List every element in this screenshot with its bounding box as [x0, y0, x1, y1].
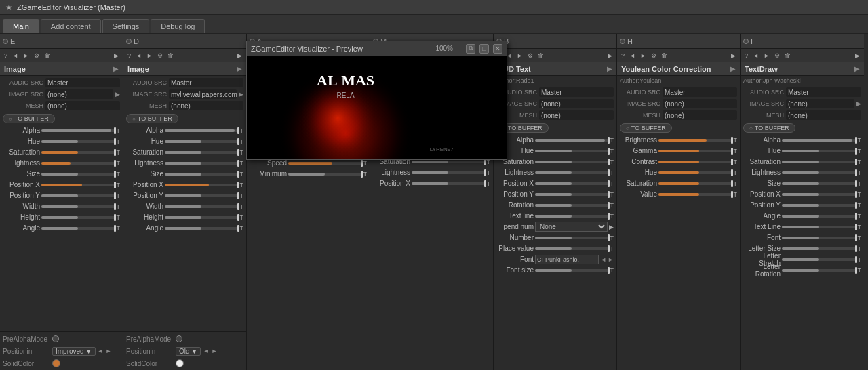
- panel-D-bottom: PreAlphaMode Positionin Old ▼ ◄ ► SolidC…: [123, 331, 246, 370]
- main-content: E ? ◄ ► ⚙ 🗑 ▶ Image ▶ AUDIO SRC Master I…: [0, 34, 868, 370]
- slider-E-size: Size T: [3, 169, 120, 179]
- pend-num-select-B[interactable]: None: [535, 222, 608, 232]
- panel-D-arrow[interactable]: ▶: [237, 65, 242, 73]
- panel-D-radio[interactable]: [126, 39, 132, 44]
- slider-E-width: Width T: [3, 201, 120, 211]
- panel-I-author: Author: Jph Wacheski: [741, 76, 864, 85]
- panel-E: E ? ◄ ► ⚙ 🗑 ▶ Image ▶ AUDIO SRC Master I…: [0, 34, 123, 370]
- tab-settings[interactable]: Settings: [102, 19, 150, 33]
- panel-B-header: B: [494, 34, 616, 49]
- maximize-btn[interactable]: □: [479, 44, 489, 54]
- expand-btn-E[interactable]: ▶: [113, 52, 120, 59]
- font-row-B: Font CFPunkFashio. ◄ ►: [496, 254, 614, 264]
- panel-E-arrow[interactable]: ▶: [113, 65, 119, 73]
- slider-E-alpha: Alpha T: [3, 125, 120, 136]
- solidcolor-dot-D[interactable]: [176, 359, 184, 367]
- del-btn-D[interactable]: 🗑: [166, 52, 175, 59]
- tabbar: Main Add content Settings Debug log: [0, 15, 868, 34]
- panel-I-title: TextDraw ▶: [741, 62, 864, 76]
- del-btn-E[interactable]: 🗑: [43, 52, 52, 59]
- expand-btn-D[interactable]: ▶: [236, 52, 243, 59]
- panel-H-header: H: [617, 34, 740, 49]
- panel-E-header: E: [0, 34, 123, 49]
- panel-E-body: AUDIO SRC Master IMAGE SRC (none) ▶ MESH…: [0, 76, 123, 331]
- panel-I-radio[interactable]: [743, 39, 749, 44]
- solidcolor-dot-E[interactable]: [52, 359, 60, 367]
- titlebar: ★ ZGameEditor Visualizer (Master): [0, 0, 868, 15]
- slider-E-angle: Angle T: [3, 223, 120, 233]
- zoom-btn[interactable]: -: [457, 45, 462, 52]
- copy-btn-E[interactable]: ⚙: [33, 52, 41, 59]
- panel-E-bottom: PreAlphaMode Positionin Improved ▼ ◄ ► S…: [0, 331, 123, 370]
- app-title: ZGameEditor Visualizer (Master): [17, 3, 125, 12]
- slider-E-hue: Hue T: [3, 136, 120, 146]
- panel-I-toolbar: ? ◄ ► ⚙ 🗑 ▶: [741, 49, 864, 62]
- slider-E-posX: Position X T: [3, 180, 120, 190]
- slider-E-height: Height T: [3, 212, 120, 222]
- panel-B-body: AUDIO SRC Master IMAGE SRC (none) MESH (…: [494, 85, 616, 370]
- panel-D-header: D: [123, 34, 246, 49]
- panel-I-body: AUDIO SRC Master IMAGE SRC (none) ▶ MESH…: [741, 85, 864, 370]
- preview-title: ZGameEditor Visualizer - Preview: [251, 45, 363, 53]
- next-btn-E[interactable]: ►: [22, 52, 31, 59]
- to-buffer-btn-E[interactable]: TO BUFFER: [3, 114, 55, 123]
- prev-btn-E[interactable]: ◄: [11, 52, 20, 59]
- panel-E-mesh: MESH (none): [3, 100, 120, 111]
- positionin-dropdown-E[interactable]: Improved ▼: [52, 347, 96, 356]
- tab-add-content[interactable]: Add content: [41, 19, 101, 33]
- panel-H: H ? ◄ ► ⚙ 🗑 ▶ Youlean Color Correction ▶…: [617, 34, 741, 370]
- positionin-dropdown-D[interactable]: Old ▼: [176, 347, 201, 356]
- panel-I-header: I: [741, 34, 864, 49]
- help-btn-E[interactable]: ?: [3, 52, 9, 59]
- copy-btn-D[interactable]: ⚙: [156, 52, 164, 59]
- panel-H-title: Youlean Color Correction ▶: [617, 62, 740, 76]
- panel-D-letter: D: [134, 37, 139, 45]
- panel-E-to-buffer: TO BUFFER: [3, 114, 120, 123]
- panel-B-title: HUD Text ▶: [494, 62, 616, 76]
- slider-E-saturation: Saturation T: [3, 147, 120, 157]
- panel-H-author: Author: Youlean: [617, 76, 740, 85]
- panel-D-plugin: Image: [127, 65, 149, 73]
- panel-D-title: Image ▶: [123, 62, 246, 76]
- prev-btn-D[interactable]: ◄: [134, 52, 143, 59]
- tab-debug-log[interactable]: Debug log: [151, 19, 205, 33]
- panel-E-plugin: Image: [4, 65, 26, 73]
- preview-render: [247, 56, 507, 159]
- slider-E-lightness: Lightness T: [3, 158, 120, 168]
- panel-H-letter: H: [627, 37, 633, 45]
- panel-B-author: Author: Rado1: [494, 76, 616, 85]
- to-buffer-btn-H[interactable]: TO BUFFER: [620, 123, 672, 133]
- help-btn-D[interactable]: ?: [126, 52, 132, 59]
- panel-I-plugin: TextDraw: [745, 65, 778, 73]
- slider-E-posY: Position Y T: [3, 190, 120, 201]
- panel-E-audio-src: AUDIO SRC Master: [3, 77, 120, 88]
- panel-D: D ? ◄ ► ⚙ 🗑 ▶ Image ▶ AUDIO SRC Master I…: [123, 34, 247, 370]
- panel-H-toolbar: ? ◄ ► ⚙ 🗑 ▶: [617, 49, 740, 62]
- panel-B: B ? ◄ ► ⚙ 🗑 ▶ HUD Text ▶ Author: Rado1 A…: [494, 34, 617, 370]
- preview-zoom: 100%: [435, 45, 453, 52]
- preview-window: ZGameEditor Visualizer - Preview 100% - …: [246, 41, 507, 160]
- to-buffer-btn-D[interactable]: TO BUFFER: [126, 114, 178, 123]
- panel-H-radio[interactable]: [620, 39, 625, 44]
- panel-I-letter: I: [751, 37, 753, 45]
- restore-btn[interactable]: ⧉: [466, 44, 475, 54]
- panel-E-title: Image ▶: [0, 62, 123, 76]
- panel-H-plugin: Youlean Color Correction: [621, 65, 711, 73]
- preview-controls: 100% - ⧉ □ ✕: [435, 44, 502, 54]
- pend-num-row-B: pend num None ▶: [496, 222, 614, 232]
- panel-E-image-src: IMAGE SRC (none) ▶: [3, 89, 120, 100]
- panel-B-toolbar: ? ◄ ► ⚙ 🗑 ▶: [494, 49, 616, 62]
- to-buffer-btn-I[interactable]: TO BUFFER: [743, 123, 795, 133]
- preview-canvas: [247, 56, 507, 159]
- app-icon: ★: [5, 3, 13, 12]
- preview-titlebar: ZGameEditor Visualizer - Preview 100% - …: [247, 41, 507, 56]
- panel-E-toolbar: ? ◄ ► ⚙ 🗑 ▶: [0, 49, 123, 62]
- close-btn[interactable]: ✕: [493, 44, 502, 54]
- panel-D-body: AUDIO SRC Master IMAGE SRC mylivewallpap…: [123, 76, 246, 331]
- next-btn-D[interactable]: ►: [145, 52, 154, 59]
- panel-E-radio[interactable]: [3, 39, 8, 44]
- panel-H-body: AUDIO SRC Master IMAGE SRC (none) MESH (…: [617, 85, 740, 370]
- panel-E-letter: E: [10, 37, 15, 45]
- tab-main[interactable]: Main: [3, 19, 39, 33]
- panel-D-toolbar: ? ◄ ► ⚙ 🗑 ▶: [123, 49, 246, 62]
